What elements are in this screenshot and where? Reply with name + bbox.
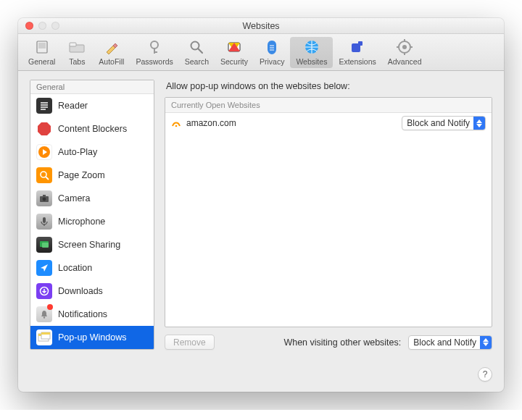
tab-label: Passwords: [136, 57, 173, 66]
sidebar: General Reader Content Blockers Auto-Pla…: [30, 80, 154, 350]
titlebar: Websites: [18, 18, 504, 34]
sidebar-item-label: Location: [58, 263, 92, 273]
tab-extensions[interactable]: Extensions: [333, 37, 381, 68]
sidebar-item-page-zoom[interactable]: Page Zoom: [30, 164, 154, 187]
svg-point-39: [44, 316, 45, 318]
sidebar-item-location[interactable]: Location: [30, 256, 154, 280]
tabs-icon: [67, 38, 87, 56]
tab-label: Extensions: [339, 57, 376, 66]
svg-marker-47: [476, 124, 482, 127]
website-domain: amazon.com: [186, 118, 397, 128]
website-policy-select[interactable]: Block and Notify: [402, 116, 486, 130]
remove-button[interactable]: Remove: [165, 335, 215, 350]
svg-marker-37: [41, 264, 48, 272]
svg-point-45: [175, 125, 178, 127]
help-area: ?: [18, 360, 504, 392]
websites-list: Currently Open Websites amazon.com Block…: [165, 97, 492, 327]
svg-point-28: [41, 172, 46, 177]
svg-rect-14: [358, 41, 362, 46]
svg-point-16: [402, 45, 407, 49]
sidebar-item-label: Page Zoom: [58, 170, 105, 180]
sidebar-item-label: Auto-Play: [58, 147, 97, 157]
select-value: Block and Notify: [407, 118, 470, 128]
stop-icon: [36, 121, 52, 137]
help-label: ?: [483, 369, 488, 379]
svg-rect-1: [38, 43, 46, 49]
sidebar-item-content-blockers[interactable]: Content Blockers: [30, 117, 154, 140]
play-icon: [36, 144, 52, 160]
button-label: Remove: [173, 337, 206, 348]
sidebar-item-label: Camera: [58, 193, 90, 203]
tab-advanced[interactable]: Advanced: [382, 37, 428, 68]
websites-icon: [302, 38, 322, 56]
svg-point-31: [43, 198, 46, 201]
tab-label: Privacy: [260, 57, 284, 66]
tab-label: Tabs: [69, 57, 85, 66]
tab-privacy[interactable]: Privacy: [254, 37, 290, 68]
sidebar-item-label: Downloads: [58, 286, 103, 296]
sidebar-item-popup-windows[interactable]: Pop-up Windows: [30, 326, 154, 349]
reader-icon: [36, 98, 52, 114]
location-icon: [36, 260, 52, 276]
sidebar-item-label: Screen Sharing: [58, 240, 120, 250]
tab-label: Websites: [296, 57, 327, 66]
sidebar-item-label: Reader: [58, 101, 88, 111]
sidebar-header: General: [30, 80, 154, 94]
tab-label: Security: [220, 57, 248, 66]
sidebar-item-label: Notifications: [58, 309, 107, 319]
svg-point-4: [151, 41, 158, 49]
search-icon: [186, 38, 207, 56]
help-button[interactable]: ?: [478, 367, 492, 382]
other-websites-label: When visiting other websites:: [283, 337, 401, 348]
svg-marker-25: [38, 122, 51, 135]
tab-label: AutoFill: [99, 57, 124, 66]
tab-general[interactable]: General: [22, 37, 61, 68]
favicon-icon: [171, 118, 181, 128]
tab-security[interactable]: Security: [215, 37, 254, 68]
screen-sharing-icon: [36, 237, 52, 253]
chevron-updown-icon: [480, 336, 492, 349]
window-title: Websites: [18, 21, 504, 31]
sidebar-item-label: Microphone: [58, 217, 105, 227]
tab-autofill[interactable]: AutoFill: [93, 37, 130, 68]
tab-label: Search: [185, 57, 209, 66]
main-panel: Allow pop-up windows on the websites bel…: [165, 80, 492, 350]
security-icon: [224, 38, 244, 56]
svg-rect-33: [43, 217, 46, 223]
svg-rect-32: [43, 195, 46, 197]
sidebar-item-notifications[interactable]: Notifications: [30, 303, 154, 326]
preferences-window: Websites General Tabs AutoFill Password: [18, 18, 504, 392]
svg-marker-49: [483, 343, 489, 346]
svg-marker-48: [483, 338, 489, 342]
chevron-updown-icon: [473, 117, 485, 130]
sidebar-item-downloads[interactable]: Downloads: [30, 280, 154, 303]
sidebar-item-reader[interactable]: Reader: [30, 94, 154, 117]
tab-search[interactable]: Search: [179, 37, 215, 68]
website-row[interactable]: amazon.com Block and Notify: [165, 113, 492, 133]
camera-icon: [36, 190, 52, 206]
tab-websites[interactable]: Websites: [290, 37, 333, 68]
svg-line-8: [198, 49, 202, 53]
sidebar-item-auto-play[interactable]: Auto-Play: [30, 140, 154, 164]
downloads-icon: [36, 283, 52, 299]
preferences-toolbar: General Tabs AutoFill Passwords Search: [18, 34, 504, 71]
zoom-page-icon: [36, 167, 52, 183]
sidebar-item-camera[interactable]: Camera: [30, 187, 154, 210]
svg-marker-46: [476, 119, 482, 123]
privacy-icon: [262, 38, 282, 56]
tab-label: Advanced: [388, 57, 422, 66]
notification-badge-icon: [47, 304, 53, 310]
sidebar-item-screen-sharing[interactable]: Screen Sharing: [30, 233, 154, 256]
tab-passwords[interactable]: Passwords: [130, 37, 178, 68]
tab-label: General: [28, 57, 55, 66]
sidebar-item-microphone[interactable]: Microphone: [30, 210, 154, 233]
svg-rect-43: [41, 332, 50, 335]
main-footer: Remove When visiting other websites: Blo…: [165, 327, 492, 350]
other-websites-select[interactable]: Block and Notify: [408, 335, 492, 350]
content-area: General Reader Content Blockers Auto-Pla…: [18, 71, 504, 360]
tab-tabs[interactable]: Tabs: [61, 37, 93, 68]
svg-line-29: [46, 177, 49, 180]
svg-rect-3: [70, 43, 76, 46]
extensions-icon: [347, 38, 368, 56]
microphone-icon: [36, 214, 52, 230]
